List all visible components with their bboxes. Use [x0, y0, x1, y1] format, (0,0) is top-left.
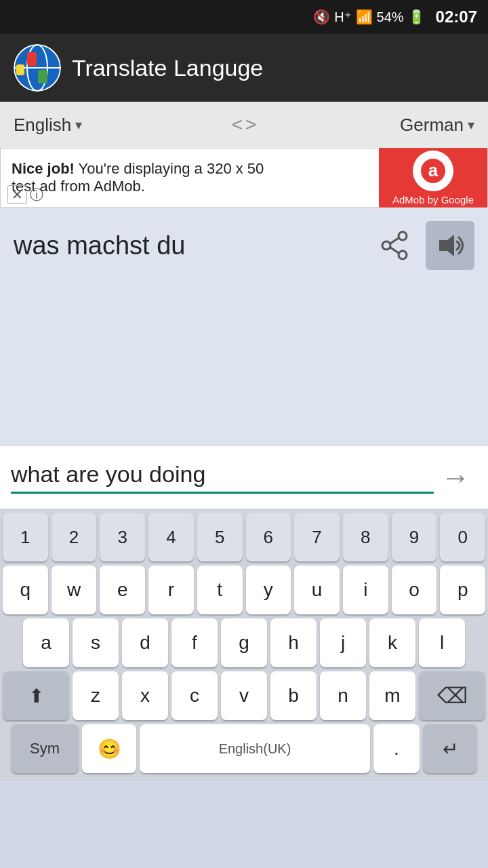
send-button[interactable]: → — [434, 456, 477, 499]
target-lang-label: German — [400, 115, 464, 136]
keyboard-row-3: ⬆ z x c v b n m ⌫ — [3, 671, 485, 720]
shift-key[interactable]: ⬆ — [3, 671, 69, 720]
backspace-key[interactable]: ⌫ — [419, 671, 485, 720]
app-title: Translate Languge — [72, 55, 263, 81]
key-a[interactable]: a — [23, 618, 69, 667]
translation-actions — [370, 221, 474, 270]
key-1[interactable]: 1 — [3, 513, 48, 561]
svg-rect-5 — [38, 70, 47, 83]
keyboard: 1 2 3 4 5 6 7 8 9 0 q w e r t y u i o p … — [0, 509, 488, 781]
keyboard-bottom-row: Sym 😊 English(UK) . ↵ — [3, 724, 485, 773]
translation-result-row: was machst du — [14, 221, 474, 270]
key-6[interactable]: 6 — [246, 513, 291, 561]
key-9[interactable]: 9 — [392, 513, 437, 561]
ad-body2: test ad from AdMob. — [12, 178, 368, 195]
key-t[interactable]: t — [197, 566, 243, 614]
ad-info-icon[interactable]: ⓘ — [30, 186, 43, 204]
key-r[interactable]: r — [148, 566, 194, 614]
key-s[interactable]: s — [73, 618, 119, 667]
network-icon: H⁺ — [334, 9, 351, 25]
emoji-key[interactable]: 😊 — [82, 724, 136, 773]
ad-nicejob: Nice job! — [12, 160, 75, 177]
dot-key[interactable]: . — [373, 724, 420, 773]
source-lang-dropdown-icon: ▾ — [75, 117, 82, 133]
key-i[interactable]: i — [343, 566, 388, 614]
ad-banner: Nice job! You're displaying a 320 x 50 t… — [0, 148, 488, 208]
key-f[interactable]: f — [171, 618, 218, 667]
target-lang-dropdown-icon: ▾ — [468, 117, 474, 133]
app-bar: Translate Languge — [0, 34, 488, 102]
key-e[interactable]: e — [100, 566, 145, 614]
key-h[interactable]: h — [270, 618, 317, 667]
admob-logo-area: a AdMob by Google — [379, 148, 487, 208]
key-v[interactable]: v — [221, 671, 267, 720]
battery-label: 54% — [377, 9, 404, 25]
key-8[interactable]: 8 — [343, 513, 388, 561]
source-lang-label: English — [14, 115, 71, 136]
key-x[interactable]: x — [122, 671, 168, 720]
key-m[interactable]: m — [369, 671, 415, 720]
svg-point-11 — [382, 241, 390, 250]
ad-text: Nice job! You're displaying a 320 x 50 — [12, 160, 368, 178]
key-j[interactable]: j — [320, 618, 366, 667]
key-z[interactable]: z — [73, 671, 119, 720]
key-0[interactable]: 0 — [440, 513, 485, 561]
source-lang-selector[interactable]: English ▾ — [7, 108, 222, 142]
keyboard-row-2: a s d f g h j k l — [3, 618, 485, 667]
translation-text: was machst du — [14, 231, 370, 260]
arrow-left-icon: < — [232, 114, 243, 136]
share-button[interactable] — [370, 221, 419, 270]
key-g[interactable]: g — [221, 618, 267, 667]
svg-line-12 — [390, 238, 399, 243]
app-logo — [14, 44, 61, 92]
language-bar: English ▾ < > German ▾ — [0, 102, 488, 148]
key-d[interactable]: d — [122, 618, 168, 667]
space-key[interactable]: English(UK) — [140, 724, 370, 773]
translation-area: was machst du — [0, 208, 488, 445]
key-c[interactable]: c — [171, 671, 218, 720]
key-w[interactable]: w — [52, 566, 97, 614]
key-7[interactable]: 7 — [294, 513, 340, 561]
status-icons: 🔇 H⁺ 📶 54% 🔋 — [313, 9, 424, 25]
target-lang-selector[interactable]: German ▾ — [266, 108, 481, 142]
key-q[interactable]: q — [3, 566, 48, 614]
key-l[interactable]: l — [419, 618, 465, 667]
key-n[interactable]: n — [320, 671, 366, 720]
key-o[interactable]: o — [392, 566, 437, 614]
signal-icon: 📶 — [356, 9, 373, 25]
svg-point-10 — [399, 251, 407, 259]
key-p[interactable]: p — [440, 566, 485, 614]
ad-text-area: Nice job! You're displaying a 320 x 50 t… — [1, 153, 379, 202]
svg-marker-14 — [439, 235, 454, 256]
send-icon: → — [441, 460, 470, 494]
key-b[interactable]: b — [270, 671, 317, 720]
battery-icon: 🔋 — [408, 9, 425, 25]
key-2[interactable]: 2 — [52, 513, 97, 561]
time-label: 02:07 — [436, 7, 477, 26]
key-5[interactable]: 5 — [197, 513, 243, 561]
keyboard-number-row: 1 2 3 4 5 6 7 8 9 0 — [3, 513, 485, 561]
key-y[interactable]: y — [246, 566, 291, 614]
key-4[interactable]: 4 — [148, 513, 194, 561]
speaker-button[interactable] — [426, 221, 474, 270]
svg-point-9 — [399, 232, 407, 240]
ad-close-x[interactable]: ✕ — [7, 185, 27, 204]
key-3[interactable]: 3 — [100, 513, 145, 561]
status-bar: 🔇 H⁺ 📶 54% 🔋 02:07 — [0, 0, 488, 34]
key-k[interactable]: k — [369, 618, 415, 667]
svg-rect-6 — [16, 64, 24, 75]
key-u[interactable]: u — [294, 566, 340, 614]
ad-close-row: ✕ ⓘ — [7, 185, 43, 204]
admob-icon: a — [413, 151, 453, 191]
keyboard-row-1: q w e r t y u i o p — [3, 566, 485, 614]
ad-body1: You're displaying a 320 x 50 — [75, 160, 264, 177]
translation-input[interactable] — [11, 461, 434, 494]
svg-line-13 — [390, 248, 399, 253]
lang-swap-arrows[interactable]: < > — [225, 114, 264, 136]
admob-label: AdMob by Google — [392, 194, 474, 205]
svg-rect-4 — [27, 52, 37, 66]
arrow-right-icon: > — [245, 114, 256, 136]
mute-icon: 🔇 — [313, 9, 330, 25]
enter-key[interactable]: ↵ — [423, 724, 477, 773]
sym-key[interactable]: Sym — [11, 724, 79, 773]
